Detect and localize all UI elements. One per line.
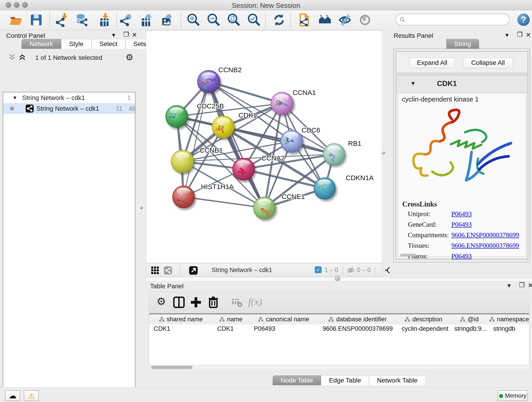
table-tabs: Node TableEdge TableNetwork Table [273,375,426,385]
tab-network-table[interactable]: Network Table [369,375,426,385]
tab-string[interactable]: String [446,39,479,49]
table-cell[interactable]: 9606.ENSP00000378699 [318,325,397,335]
network-collection-row[interactable]: ▼ String Network – cdk1 1 [3,92,135,103]
crosslink-link[interactable]: P06493 [451,210,472,218]
refresh-view-icon[interactable] [272,13,286,27]
edge-HIST1H1A-CCNE1[interactable] [184,197,264,208]
gene-section-header[interactable]: ▼ CDK1 [396,75,528,93]
results-horizontal-scrollbar[interactable] [400,254,416,256]
add-column-icon[interactable] [190,296,202,309]
node-CDC6[interactable] [281,130,303,152]
table-cell[interactable]: stringdb [489,325,529,335]
crosslink-link[interactable]: 9606.ENSP00000378699 [451,231,519,239]
collapse-all-icon[interactable] [8,54,16,61]
table-cell[interactable]: P06493 [249,325,318,335]
toolbar-separator [265,12,266,28]
node-CCNB2[interactable] [197,70,220,93]
tab-network[interactable]: Network [22,39,61,49]
cloud-button[interactable]: ☁ [5,390,20,401]
table-scrollbar-track[interactable] [149,366,529,369]
memory-button[interactable]: Memory [498,390,528,401]
crosslink-link[interactable]: 9606.ENSP00000378699 [451,242,519,249]
node-HIST1H1A[interactable] [172,186,195,208]
export-table-icon[interactable] [139,13,153,27]
node-CDC25B[interactable] [166,105,188,128]
crosslink-link[interactable]: P06493 [451,221,472,228]
node-RB1[interactable] [323,143,345,165]
collapse-all-button[interactable]: Collapse All [463,58,513,68]
expand-all-button[interactable]: Expand All [409,58,455,68]
tab-select[interactable]: Select [91,39,125,49]
table-cell[interactable]: CDK1 [149,325,213,335]
table-panel-collapse-icon[interactable]: ▾ [507,282,511,289]
save-session-icon[interactable] [29,13,43,27]
collection-expander-icon[interactable]: ▼ [12,92,17,103]
table-panel-float-icon[interactable]: ❐ [519,282,525,288]
tab-style[interactable]: Style [61,39,91,49]
results-panel-collapse-icon[interactable]: ▾ [505,32,509,38]
column-header-canonical-name[interactable]: canonical name [249,314,318,324]
column-header-name[interactable]: name [213,314,250,324]
warnings-button[interactable]: ⚠ [24,390,39,401]
delete-column-icon[interactable] [207,296,220,309]
node-CCNA1[interactable] [271,92,293,115]
table-cell[interactable]: CDK1 [213,325,249,335]
network-canvas[interactable]: CCNB2CCNA1CDC25BCDK1CDC6RB1CCNB1CCNA2CDK… [146,31,382,263]
table-scrollbar-thumb[interactable] [151,366,192,369]
network-options-gear-icon[interactable]: ⚙ [126,53,133,62]
control-panel-title: Control Panel [6,32,45,39]
network-row[interactable]: String Network – cdk1 11 48 [3,103,135,114]
column-header--id[interactable]: @id [450,314,489,324]
node-CCNA2[interactable] [233,158,254,180]
tab-node-table[interactable]: Node Table [273,375,321,385]
string-settings-icon[interactable] [164,266,172,275]
selected-checkbox-icon[interactable]: ✓ [315,266,322,273]
open-in-new-window-icon[interactable] [189,266,198,275]
gene-expander-icon[interactable]: ▼ [410,80,416,87]
table-settings-icon[interactable]: ⚙ [157,297,166,306]
node-CDK1[interactable] [212,116,234,138]
vertical-splitter-handle[interactable] [138,205,144,211]
node-CDKN1A[interactable] [314,178,336,199]
show-columns-icon[interactable] [172,296,185,309]
column-header-shared-name[interactable]: shared name [149,314,213,324]
export-image-icon[interactable] [160,13,173,27]
birds-eye-view-icon[interactable] [151,266,159,275]
export-network-icon[interactable] [120,13,133,27]
column-header-description[interactable]: description [397,314,450,324]
results-panel-close-icon[interactable]: ✕ [526,32,531,38]
import-network-from-database-icon[interactable] [75,13,89,27]
column-header-namespace[interactable]: namespace [489,314,529,324]
help-button[interactable]: ? [517,13,530,26]
new-network-from-selection-icon[interactable] [298,13,311,27]
node-CCNB1[interactable] [171,150,194,172]
node-CCNE1[interactable] [253,197,275,219]
table-cell[interactable]: cyclin-dependent ... [397,325,450,335]
zoom-in-icon[interactable] [186,13,200,27]
network-selection-status: 1 of 1 Network selected [25,54,112,61]
show-graphics-details-icon[interactable] [358,13,372,27]
vertical-splitter-handle[interactable] [380,150,386,156]
zoom-fit-content-icon[interactable] [227,13,240,27]
horizontal-splitter-handle[interactable] [335,275,341,281]
expand-all-icon[interactable] [18,54,26,61]
control-panel-close-icon[interactable]: ✕ [132,32,137,38]
open-session-icon[interactable] [9,13,22,27]
search-input[interactable] [395,13,510,26]
import-table-from-file-icon[interactable] [96,13,109,27]
crosslink-link[interactable]: P06493 [451,252,472,260]
zoom-selected-region-icon[interactable] [247,13,260,27]
column-header-database-identifier[interactable]: database identifier [318,314,398,324]
first-neighbors-icon[interactable] [318,13,332,27]
tab-edge-table[interactable]: Edge Table [321,375,369,385]
control-panel-float-icon[interactable]: ❐ [123,31,129,38]
results-panel-float-icon[interactable]: ❐ [517,31,523,38]
edge-CCNB2-CCNA1[interactable] [209,82,282,103]
control-panel-collapse-icon[interactable]: ▾ [112,32,115,38]
zoom-out-icon[interactable] [206,13,220,27]
hide-selection-icon[interactable] [338,13,352,27]
memory-status-dot [499,394,503,398]
table-panel-close-icon[interactable]: ✕ [528,282,532,289]
table-cell[interactable]: stringdb:9... [450,325,489,335]
import-network-from-file-icon[interactable] [55,13,69,27]
